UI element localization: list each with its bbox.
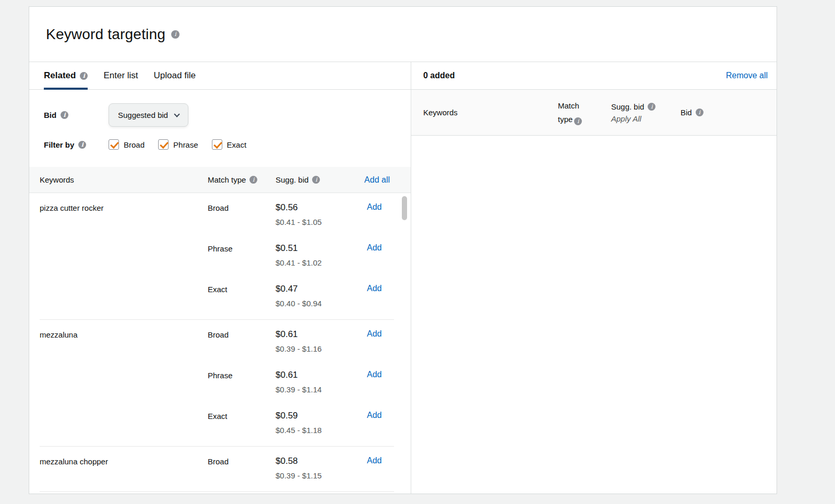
match-bid-cell: $0.59 $0.45 - $1.18: [276, 411, 367, 435]
controls: Bid i Suggested bid Filter by i: [29, 90, 411, 157]
sugg-bid-column-header: Sugg. bid i: [276, 175, 320, 184]
add-keyword-link[interactable]: Add: [367, 284, 381, 293]
added-header: 0 added Remove all: [411, 62, 777, 90]
tab-label: Upload file: [154, 70, 196, 81]
add-keyword-link[interactable]: Add: [367, 456, 381, 465]
tab-enter-list[interactable]: Enter list: [103, 62, 138, 89]
info-icon[interactable]: i: [574, 117, 582, 125]
checkbox-checked-icon[interactable]: [212, 139, 222, 150]
suggested-bid-value: $0.47: [276, 284, 367, 294]
keyword-match-rows: Broad $0.56 $0.41 - $1.05 Add Phrase $0.…: [208, 202, 394, 319]
match-row: Phrase $0.51 $0.41 - $1.02 Add: [208, 243, 394, 267]
add-keyword-link[interactable]: Add: [367, 202, 381, 211]
added-sugg-bid-column-header: Sugg. bid i Apply All: [611, 102, 681, 123]
apply-all-label[interactable]: Apply All: [611, 114, 681, 123]
add-keyword-link[interactable]: Add: [367, 370, 381, 379]
tab-label: Enter list: [103, 70, 138, 81]
keyword-targeting-card: Keyword targeting i Related i Enter list…: [29, 6, 777, 494]
filter-row: Filter by i Broad Phrase Exact: [44, 139, 396, 150]
checkbox-checked-icon[interactable]: [158, 139, 169, 150]
tab-upload-file[interactable]: Upload file: [154, 62, 196, 89]
bid-row: Bid i Suggested bid: [44, 103, 396, 127]
info-icon[interactable]: i: [249, 176, 257, 184]
added-bid-header-label: Bid: [681, 108, 692, 117]
filter-option-label: Broad: [124, 140, 145, 149]
bid-label: Bid: [44, 111, 56, 119]
keywords-header-label: Keywords: [40, 175, 74, 184]
add-cell: Add: [367, 202, 394, 226]
keyword-suggestions-panel: Related i Enter list Upload file Bid i: [29, 62, 411, 494]
match-bid-cell: $0.56 $0.41 - $1.05: [276, 202, 367, 226]
keyword-row: pizza cutter rocker Broad $0.56 $0.41 - …: [40, 193, 394, 320]
card-body: Related i Enter list Upload file Bid i: [29, 62, 777, 494]
suggested-bid-value: $0.58: [276, 456, 367, 466]
remove-all-link[interactable]: Remove all: [726, 71, 768, 80]
match-row: Broad $0.61 $0.39 - $1.16 Add: [208, 329, 394, 353]
add-cell: Add: [367, 456, 394, 480]
filter-checkbox-phrase[interactable]: Phrase: [158, 139, 198, 150]
info-icon[interactable]: i: [648, 103, 655, 111]
suggested-bid-value: $0.51: [276, 243, 367, 254]
suggested-bid-range: $0.45 - $1.18: [276, 426, 367, 435]
keyword-match-rows: Broad $0.58 $0.39 - $1.15 Add: [208, 456, 394, 491]
checkbox-checked-icon[interactable]: [109, 139, 119, 150]
add-keyword-link[interactable]: Add: [367, 411, 381, 419]
match-type-label: Exact: [208, 411, 276, 435]
filter-checkbox-exact[interactable]: Exact: [212, 139, 247, 150]
filter-by-label: Filter by: [44, 140, 74, 149]
match-row: Broad $0.56 $0.41 - $1.05 Add: [208, 202, 394, 226]
info-icon[interactable]: i: [696, 109, 703, 116]
added-bid-column-header: Bid i: [681, 108, 765, 117]
filter-option-label: Exact: [227, 140, 247, 149]
info-icon[interactable]: i: [312, 176, 320, 184]
match-bid-cell: $0.47 $0.40 - $0.94: [276, 284, 367, 308]
filter-checkbox-broad[interactable]: Broad: [109, 139, 145, 150]
suggested-bid-value: $0.59: [276, 411, 367, 421]
added-keywords-column-header: Keywords: [423, 108, 558, 117]
match-type-header-label: Match type: [208, 175, 246, 184]
keyword-match-rows: Broad $0.61 $0.39 - $1.16 Add Phrase $0.…: [208, 329, 394, 446]
match-type-column-header: Match type i: [208, 175, 276, 184]
add-cell: Add: [367, 243, 394, 267]
added-keywords-panel: 0 added Remove all Keywords Match typei …: [411, 62, 777, 494]
add-all-link[interactable]: Add all: [364, 175, 390, 185]
add-keyword-link[interactable]: Add: [367, 243, 381, 252]
added-keywords-empty-area: [411, 136, 777, 494]
suggested-bid-range: $0.41 - $1.05: [276, 218, 367, 226]
scrollbar-track[interactable]: [402, 193, 407, 494]
sugg-bid-header-label: Sugg. bid: [276, 175, 308, 184]
match-bid-cell: $0.51 $0.41 - $1.02: [276, 243, 367, 267]
chevron-down-icon: [174, 111, 180, 117]
add-cell: Add: [367, 411, 394, 435]
match-type-label: Broad: [208, 202, 276, 226]
bid-type-selected-value: Suggested bid: [118, 111, 168, 119]
keywords-column-header: Keywords: [40, 175, 208, 184]
keyword-rows: pizza cutter rocker Broad $0.56 $0.41 - …: [29, 193, 411, 492]
add-cell: Add: [367, 284, 394, 308]
add-cell: Add: [367, 370, 394, 394]
match-row: Exact $0.59 $0.45 - $1.18 Add: [208, 411, 394, 435]
added-sugg-bid-header-label: Sugg. bid: [611, 102, 644, 111]
filter-label-group: Filter by i: [44, 140, 109, 149]
add-cell: Add: [367, 329, 394, 353]
match-bid-cell: $0.58 $0.39 - $1.15: [276, 456, 367, 480]
added-count: 0 added: [423, 71, 455, 80]
match-bid-cell: $0.61 $0.39 - $1.14: [276, 370, 367, 394]
added-match-type-column-header: Match typei: [558, 99, 611, 126]
suggested-bid-range: $0.39 - $1.14: [276, 385, 367, 394]
match-row: Phrase $0.61 $0.39 - $1.14 Add: [208, 370, 394, 394]
info-icon[interactable]: i: [171, 30, 180, 39]
info-icon[interactable]: i: [61, 111, 68, 119]
tab-related[interactable]: Related i: [44, 62, 88, 89]
match-type-label: Broad: [208, 456, 276, 480]
info-icon[interactable]: i: [80, 72, 88, 80]
scrollbar-thumb[interactable]: [402, 196, 407, 220]
added-keywords-header-label: Keywords: [423, 108, 458, 117]
suggested-bid-range: $0.39 - $1.16: [276, 344, 367, 353]
match-type-label: Exact: [208, 284, 276, 308]
bid-type-dropdown[interactable]: Suggested bid: [109, 103, 188, 127]
keyword-text: pizza cutter rocker: [40, 202, 208, 319]
info-icon[interactable]: i: [78, 141, 86, 149]
suggested-bid-value: $0.56: [276, 202, 367, 213]
add-keyword-link[interactable]: Add: [367, 329, 381, 338]
